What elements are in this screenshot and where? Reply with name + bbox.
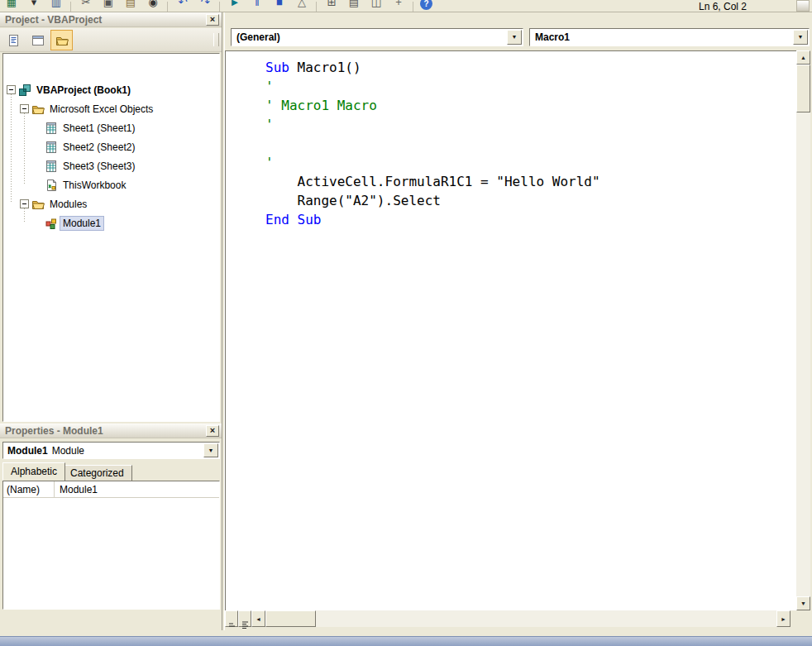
- vba-project-icon: [18, 84, 33, 97]
- tree-item-label: Microsoft Excel Objects: [46, 102, 156, 117]
- find-icon[interactable]: ◉: [145, 0, 161, 11]
- horizontal-scrollbar[interactable]: ◄ ►: [251, 610, 791, 627]
- scroll-up-button[interactable]: ▲: [796, 50, 810, 65]
- code-window: (General) ▼ Macro1 ▼ Sub Macro1()'' Macr…: [224, 12, 812, 630]
- properties-panel: Properties - Module1 × Module1 Module ▼ …: [0, 423, 222, 630]
- project-explorer-panel: Project - VBAProject × VBAProject (Book1…: [0, 12, 222, 423]
- save-icon[interactable]: ▥: [48, 0, 64, 11]
- code-text: Sub Macro1()'' Macro1 Macro' ' ActiveCel…: [226, 51, 796, 229]
- object-dropdown[interactable]: (General) ▼: [231, 28, 523, 46]
- toggle-folders-button[interactable]: [50, 30, 73, 50]
- view-object-button[interactable]: [26, 30, 49, 50]
- dropdown-arrow-icon[interactable]: ▼: [203, 443, 218, 457]
- module-icon: [45, 217, 60, 230]
- code-line: [265, 134, 796, 153]
- worksheet-icon: [45, 141, 60, 154]
- object-selector-dropdown[interactable]: Module1 Module ▼: [2, 442, 220, 459]
- selected-object-name: Module1: [7, 445, 48, 457]
- view-excel-icon[interactable]: ▦: [3, 0, 20, 11]
- tree-item-sheet2-sheet2[interactable]: Sheet2 (Sheet2): [3, 137, 219, 156]
- project-panel-toolbar: [0, 28, 222, 52]
- procedure-view-button[interactable]: [225, 610, 238, 627]
- toolbar-separator: [70, 2, 71, 12]
- code-line: Sub Macro1(): [265, 58, 796, 77]
- property-row[interactable]: (Name)Module1: [3, 481, 219, 498]
- properties-window-icon[interactable]: ▤: [346, 0, 362, 11]
- tab-alphabetic[interactable]: Alphabetic: [2, 462, 65, 481]
- workbook-icon: [45, 179, 60, 192]
- folder-open-icon: [31, 103, 46, 116]
- toolbar-separator: [167, 2, 168, 12]
- vertical-scrollbar[interactable]: ▲ ▼: [796, 50, 810, 610]
- tree-item-sheet1-sheet1[interactable]: Sheet1 (Sheet1): [3, 118, 219, 137]
- properties-panel-close-button[interactable]: ×: [206, 425, 219, 437]
- properties-panel-title: Properties - Module1: [5, 425, 206, 437]
- scroll-right-button[interactable]: ►: [776, 610, 791, 627]
- object-browser-icon[interactable]: ◫: [368, 0, 385, 11]
- project-panel-title: Project - VBAProject: [5, 14, 206, 26]
- project-panel-titlebar[interactable]: Project - VBAProject ×: [0, 12, 222, 27]
- design-mode-icon[interactable]: △: [294, 0, 310, 11]
- code-line: ': [265, 153, 796, 172]
- tree-item-vbaproject-book1[interactable]: VBAProject (Book1): [3, 80, 219, 99]
- scroll-left-button[interactable]: ◄: [251, 610, 265, 627]
- toggle-folders-icon: [55, 34, 69, 47]
- vertical-scroll-thumb[interactable]: [796, 65, 810, 112]
- properties-panel-titlebar[interactable]: Properties - Module1 ×: [0, 423, 222, 438]
- help-icon[interactable]: ?: [420, 0, 432, 10]
- tree-collapse-icon[interactable]: [20, 199, 29, 208]
- folder-open-icon: [31, 198, 46, 211]
- code-line: ': [265, 77, 796, 96]
- paste-icon[interactable]: ▤: [122, 0, 139, 11]
- horizontal-scroll-thumb[interactable]: [265, 610, 316, 627]
- tree-item-label: VBAProject (Book1): [33, 83, 134, 98]
- dropdown-arrow-icon[interactable]: ▼: [507, 30, 522, 45]
- toolbar-separator: [316, 2, 317, 12]
- scroll-down-button[interactable]: ▼: [796, 596, 810, 610]
- project-explorer-icon[interactable]: ⊞: [323, 0, 340, 11]
- property-name: (Name): [3, 481, 55, 497]
- code-editor[interactable]: Sub Macro1()'' Macro1 Macro' ' ActiveCel…: [225, 50, 796, 610]
- toolbox-icon[interactable]: +: [390, 0, 407, 11]
- tree-item-label: Sheet3 (Sheet3): [60, 159, 138, 174]
- tree-item-label: Modules: [46, 197, 90, 212]
- run-macro-icon[interactable]: ►: [227, 0, 243, 11]
- tab-categorized[interactable]: Categorized: [62, 465, 132, 481]
- object-dropdown-value: (General): [236, 31, 280, 43]
- bottom-strip: [0, 636, 812, 646]
- tree-item-module1[interactable]: Module1: [3, 213, 219, 232]
- undo-icon[interactable]: ↶: [174, 0, 191, 11]
- full-module-view-button[interactable]: [238, 610, 251, 627]
- redo-icon[interactable]: ↷: [197, 0, 213, 11]
- scrollbar-corner: [791, 610, 812, 627]
- break-icon[interactable]: ‖: [249, 0, 265, 11]
- view-code-button[interactable]: [2, 30, 25, 50]
- tree-item-sheet3-sheet3[interactable]: Sheet3 (Sheet3): [3, 156, 219, 175]
- code-line: ActiveCell.FormulaR1C1 = "Hello World": [265, 172, 796, 191]
- project-panel-close-button[interactable]: ×: [206, 14, 219, 26]
- tree-collapse-icon[interactable]: [7, 85, 16, 94]
- dropdown-arrow-icon[interactable]: ▼: [793, 30, 808, 45]
- code-line: ': [265, 115, 796, 134]
- tree-item-modules[interactable]: Modules: [3, 194, 219, 213]
- panel-toolbar-gripper[interactable]: [213, 33, 219, 46]
- toolbar-separator: [219, 2, 220, 12]
- worksheet-icon: [45, 160, 60, 173]
- properties-tabs: Alphabetic Categorized: [2, 462, 219, 481]
- code-line: Range("A2").Select: [265, 191, 796, 210]
- project-tree[interactable]: VBAProject (Book1)Microsoft Excel Object…: [2, 53, 220, 422]
- copy-icon[interactable]: ▣: [100, 0, 117, 11]
- selected-object-type: Module: [52, 445, 84, 457]
- property-value[interactable]: Module1: [55, 484, 219, 495]
- toolbar-options-handle[interactable]: [796, 0, 810, 12]
- tree-collapse-icon[interactable]: [20, 104, 29, 113]
- insert-userform-dropdown-icon[interactable]: ▾: [26, 0, 42, 11]
- tree-item-microsoft-excel-objects[interactable]: Microsoft Excel Objects: [3, 99, 219, 118]
- tree-item-thisworkbook[interactable]: ThisWorkbook: [3, 175, 219, 194]
- procedure-view-icon: [228, 622, 236, 629]
- reset-icon[interactable]: ■: [271, 0, 288, 11]
- properties-grid[interactable]: (Name)Module1: [2, 481, 220, 610]
- procedure-dropdown-value: Macro1: [535, 31, 570, 43]
- cut-icon[interactable]: ✂: [78, 0, 94, 11]
- procedure-dropdown[interactable]: Macro1 ▼: [529, 28, 810, 46]
